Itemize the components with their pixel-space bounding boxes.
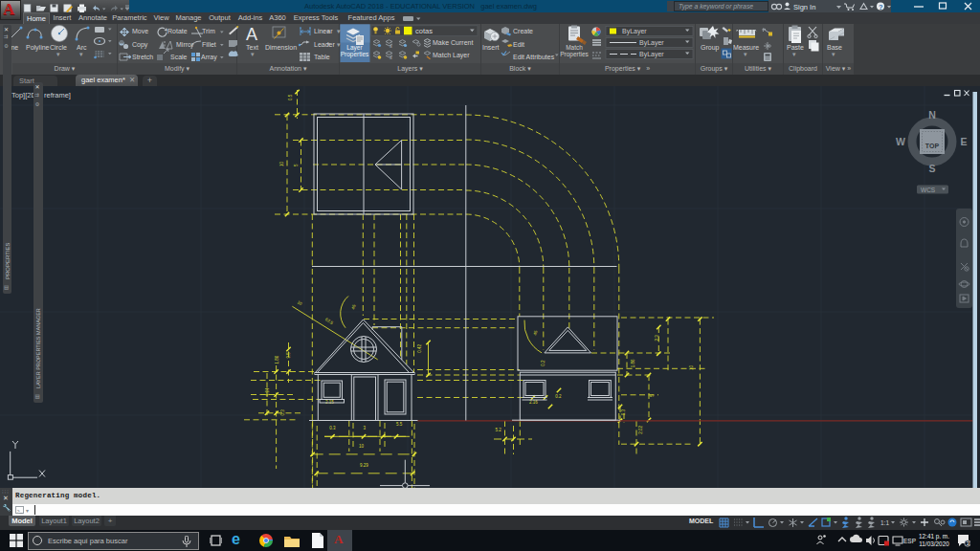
svg-text:reframe]: reframe]: [44, 91, 71, 99]
svg-text:45: 45: [350, 303, 356, 310]
svg-text:WCS: WCS: [921, 187, 936, 193]
svg-text:A: A: [246, 25, 257, 44]
svg-text:Sign In: Sign In: [793, 3, 815, 11]
svg-text:5: 5: [294, 164, 299, 166]
svg-text:PROPERTIES: PROPERTIES: [5, 243, 11, 279]
svg-text:LAYER PROPERTIES MANAGER: LAYER PROPERTIES MANAGER: [35, 308, 41, 388]
svg-text:0.5: 0.5: [288, 94, 293, 100]
svg-text:9.29: 9.29: [360, 463, 368, 468]
svg-text:5: 5: [650, 394, 655, 397]
svg-text:0.42: 0.42: [417, 343, 422, 352]
svg-text:W: W: [896, 136, 905, 147]
svg-text:s: s: [390, 55, 392, 60]
svg-text:0.3: 0.3: [621, 408, 626, 415]
svg-text:cotas: cotas: [415, 27, 433, 35]
svg-text:?: ?: [879, 3, 883, 11]
svg-text:2.02: 2.02: [638, 425, 643, 433]
svg-text:TOP: TOP: [925, 143, 940, 149]
svg-text:1.86: 1.86: [275, 355, 279, 364]
svg-text:1:1: 1:1: [880, 519, 889, 526]
svg-text:ByLayer: ByLayer: [622, 28, 647, 35]
svg-text:4.94: 4.94: [265, 387, 270, 396]
svg-text:1.86: 1.86: [631, 359, 635, 367]
svg-text:s: s: [390, 43, 392, 49]
svg-text:E: E: [960, 136, 967, 147]
svg-text:5.2: 5.2: [496, 428, 502, 432]
svg-text:N: N: [928, 109, 936, 121]
svg-text:0.3: 0.3: [329, 426, 336, 430]
svg-text:ByLayer: ByLayer: [639, 51, 664, 58]
svg-text:10: 10: [297, 299, 303, 306]
svg-text:S: S: [928, 163, 935, 174]
svg-text:10: 10: [359, 444, 365, 449]
svg-text:0.2: 0.2: [555, 394, 562, 399]
svg-text:45: 45: [533, 330, 539, 336]
svg-text:9.5: 9.5: [286, 352, 291, 359]
svg-text:2.3: 2.3: [655, 335, 659, 342]
svg-text:10: 10: [689, 364, 694, 370]
svg-text:62.5: 62.5: [324, 317, 334, 325]
svg-text:5.5: 5.5: [396, 422, 403, 427]
svg-text:2.15: 2.15: [325, 400, 334, 405]
svg-text:10: 10: [279, 161, 284, 166]
svg-text:ByLayer: ByLayer: [639, 39, 664, 47]
svg-text:0.3: 0.3: [280, 409, 285, 416]
svg-text:3: 3: [363, 426, 366, 430]
svg-text:0.2: 0.2: [542, 360, 546, 366]
